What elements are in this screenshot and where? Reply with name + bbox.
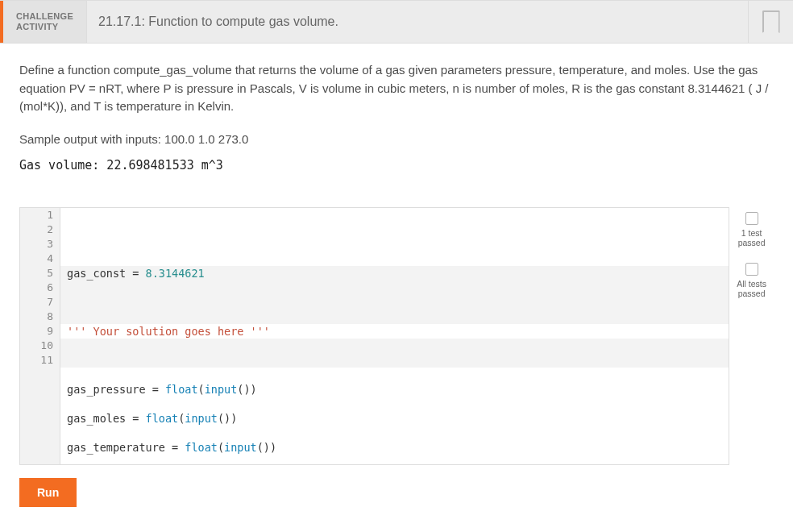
bookmark-button[interactable] xyxy=(748,1,793,43)
code-area[interactable]: gas_const = 8.3144621 ''' Your solution … xyxy=(60,208,729,464)
test-status-panel: 1 test passed All tests passed xyxy=(729,207,774,314)
checkbox-icon xyxy=(745,263,758,276)
test-status-2: All tests passed xyxy=(729,279,774,299)
test-status-1: 1 test passed xyxy=(729,228,774,248)
activity-header: CHALLENGE ACTIVITY 21.17.1: Function to … xyxy=(0,0,793,44)
activity-title: 21.17.1: Function to compute gas volume. xyxy=(87,1,748,43)
sample-output: Gas volume: 22.698481533 m^3 xyxy=(19,156,774,175)
run-button[interactable]: Run xyxy=(19,478,77,507)
prompt-text: Define a function compute_gas_volume tha… xyxy=(19,61,774,116)
bookmark-icon xyxy=(762,10,780,33)
line-number-gutter: 1 2 3 4 5 6 7 8 9 10 11 xyxy=(20,208,60,464)
checkbox-icon xyxy=(745,212,758,225)
sample-label: Sample output with inputs: 100.0 1.0 273… xyxy=(19,131,774,149)
activity-content: Define a function compute_gas_volume tha… xyxy=(0,44,793,520)
badge-line1: CHALLENGE xyxy=(16,11,73,22)
code-editor[interactable]: 1 2 3 4 5 6 7 8 9 10 11 gas_const = 8.31… xyxy=(19,207,729,465)
challenge-badge: CHALLENGE ACTIVITY xyxy=(0,1,87,43)
badge-line2: ACTIVITY xyxy=(16,22,73,32)
